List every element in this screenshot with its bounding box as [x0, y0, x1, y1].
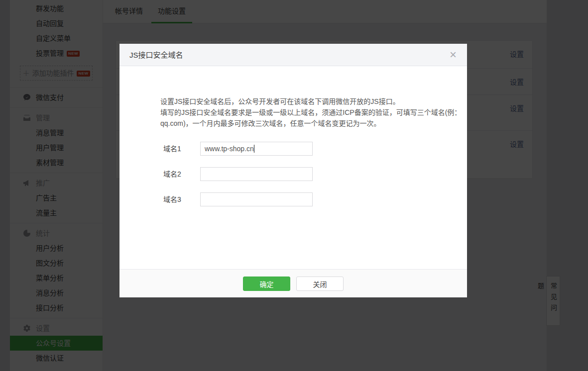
modal-header: JS接口安全域名 ×: [119, 44, 467, 66]
modal-title: JS接口安全域名: [129, 51, 183, 59]
description-line: qq.com)，一个月内最多可修改三次域名，任意一个域名变更记为一次。: [160, 118, 452, 129]
domain1-input[interactable]: [200, 142, 313, 156]
js-domain-modal: JS接口安全域名 × 设置JS接口安全域名后，公众号开发者可在该域名下调用微信开…: [119, 44, 467, 297]
domain2-input[interactable]: [200, 167, 313, 181]
close-button[interactable]: 关闭: [296, 277, 344, 291]
form-row-domain3: 域名3: [119, 192, 467, 206]
domain-form: 域名1 域名2 域名3: [119, 142, 467, 206]
description-line: 填写的JS接口安全域名要求是一级或一级以上域名，须通过ICP备案的验证，可填写三…: [160, 107, 452, 118]
modal-description: 设置JS接口安全域名后，公众号开发者可在该域名下调用微信开放的JS接口。 填写的…: [160, 96, 452, 129]
confirm-button[interactable]: 确定: [243, 277, 290, 291]
close-icon[interactable]: ×: [446, 44, 460, 66]
wechat-mp-admin-page: 群发功能 自动回复 自定义菜单 投票管理NEW ＋添加功能插件NEW 微信支付: [0, 0, 588, 371]
text-caret: [254, 145, 254, 153]
form-row-domain1: 域名1: [119, 142, 467, 156]
domain1-label: 域名1: [163, 142, 200, 156]
domain2-label: 域名2: [163, 167, 200, 181]
domain3-input[interactable]: [200, 192, 313, 206]
modal-footer: 确定 关闭: [119, 269, 467, 297]
domain3-label: 域名3: [163, 192, 200, 206]
description-line: 设置JS接口安全域名后，公众号开发者可在该域名下调用微信开放的JS接口。: [160, 96, 452, 107]
form-row-domain2: 域名2: [119, 167, 467, 181]
